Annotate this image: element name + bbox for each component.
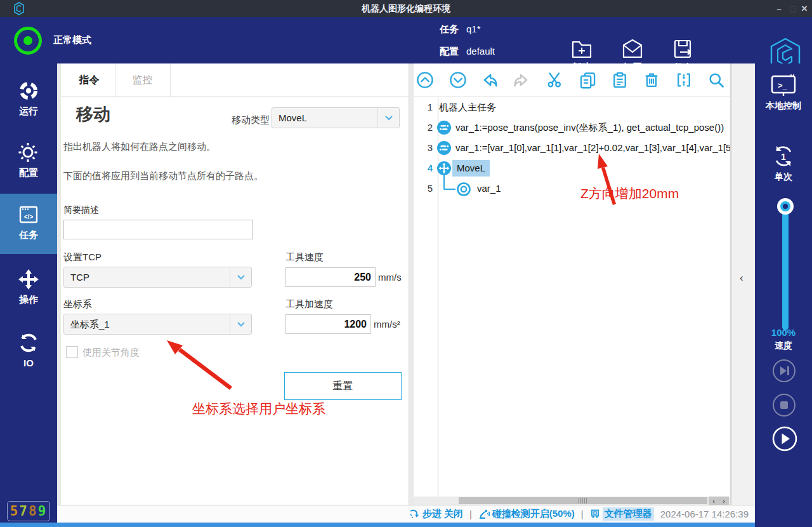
move-node-icon xyxy=(436,161,452,176)
chevron-down-icon xyxy=(230,314,251,334)
horizontal-scrollbar[interactable]: ‹› xyxy=(414,497,730,505)
tool-accel-input[interactable]: 1200 xyxy=(285,314,371,334)
move-up-button[interactable] xyxy=(416,71,434,89)
speed-percent: 100% xyxy=(755,327,812,338)
page-title: 移动 xyxy=(76,103,110,126)
copy-button[interactable] xyxy=(579,71,596,89)
tree-row-assign-2[interactable]: 3 var_1:=[var_1[0],var_1[1],var_1[2]+0.0… xyxy=(414,138,730,158)
tree-row-waypoint[interactable]: 5 var_1 xyxy=(414,178,730,199)
scroll-right-icon[interactable]: › xyxy=(723,497,725,505)
stop-button[interactable] xyxy=(772,393,796,417)
brief-description-input[interactable] xyxy=(63,220,253,239)
move-type-label: 移动类型 xyxy=(232,114,270,126)
instruction-panel: 指令 监控 移动 移动类型 MoveL 指出机器人将如何在路点之间移动。 下面的… xyxy=(61,63,409,505)
tab-monitor[interactable]: 监控 xyxy=(115,63,171,97)
cut-button[interactable] xyxy=(546,71,563,89)
config-value: default xyxy=(466,46,495,57)
window-title: 机器人图形化编程环境 xyxy=(0,0,812,17)
joint-angle-checkbox[interactable] xyxy=(66,346,78,358)
tcp-label: 设置TCP xyxy=(63,251,102,264)
speed-label: 速度 xyxy=(755,340,812,352)
tree-toolbar xyxy=(414,63,730,97)
scrollbar-thumb[interactable] xyxy=(459,497,707,504)
chevron-down-icon xyxy=(230,267,251,287)
panel-collapse-strip: ‹ xyxy=(731,63,755,505)
move-down-button[interactable] xyxy=(449,71,467,89)
close-button[interactable]: ✕ xyxy=(797,0,812,17)
local-control-button[interactable]: >_ 本地控制 xyxy=(755,74,812,112)
reset-button[interactable]: 重置 xyxy=(284,372,402,400)
header: 正常模式 任务q1* 配置default 新建 打开 保存 xyxy=(0,17,812,63)
play-button[interactable] xyxy=(772,426,797,451)
collapse-left-icon[interactable]: ‹ xyxy=(740,272,743,284)
tree-row-main-task[interactable]: 1 机器人主任务 xyxy=(414,97,730,117)
waypoint-node-icon xyxy=(456,182,471,197)
tool-accel-label: 工具加速度 xyxy=(285,298,333,310)
file-manager-icon xyxy=(590,509,600,519)
speed-slider-track[interactable] xyxy=(782,203,789,330)
task-label: 任务 xyxy=(440,23,459,34)
code-badge[interactable]: 5789 xyxy=(7,501,50,521)
undo-button[interactable] xyxy=(481,71,499,89)
run-icon xyxy=(17,79,40,102)
move-arrows-icon xyxy=(17,268,40,291)
status-datetime: 2024-06-17 14:26:39 xyxy=(660,509,749,519)
scrollbar-arrows[interactable]: ‹› xyxy=(709,497,729,505)
bottom-accent-line xyxy=(0,523,755,527)
tool-accel-unit: mm/s² xyxy=(374,319,400,330)
frame-select[interactable]: 坐标系_1 xyxy=(63,314,252,335)
search-button[interactable] xyxy=(707,71,725,89)
delete-button[interactable] xyxy=(643,71,660,89)
new-icon xyxy=(570,37,594,60)
status-divider: | xyxy=(469,509,472,519)
brief-description-label: 简要描述 xyxy=(63,204,99,216)
redo-button[interactable] xyxy=(513,71,530,89)
step-icon xyxy=(409,509,420,519)
collision-detect-toggle[interactable]: 碰撞检测开启(50%) xyxy=(478,508,575,520)
paste-button[interactable] xyxy=(611,71,629,89)
tree-row-assign-1[interactable]: 2 var_1:=pose_trans(pose_inv(坐标系_1), get… xyxy=(414,117,730,138)
task-value: q1* xyxy=(466,23,481,34)
tree-row-movel-selected[interactable]: 4 MoveL xyxy=(414,158,730,178)
sidebar-item-operate[interactable]: 操作 xyxy=(0,268,57,306)
sidebar-item-run[interactable]: 运行 xyxy=(0,79,57,117)
scrollbar-grip-icon xyxy=(579,498,587,504)
program-tree: 1 机器人主任务 2 var_1:=pose_trans(pose_inv(坐标… xyxy=(414,97,730,497)
collision-icon xyxy=(478,509,490,519)
svg-text:>_: >_ xyxy=(778,81,788,90)
speed-slider-handle[interactable] xyxy=(777,198,794,215)
task-row: 任务q1* xyxy=(440,23,481,36)
scroll-left-icon[interactable]: ‹ xyxy=(712,497,715,505)
single-cycle-button[interactable]: 1 单次 xyxy=(755,143,812,183)
sidebar-item-config[interactable]: 配置 xyxy=(0,141,57,179)
io-swap-icon xyxy=(17,331,40,354)
merge-button[interactable] xyxy=(675,71,693,89)
right-sidebar: >_ 本地控制 1 单次 100% 速度 xyxy=(755,63,812,527)
step-next-button[interactable] xyxy=(772,359,796,383)
terminal-icon: >_ xyxy=(769,74,797,98)
mode-label: 正常模式 xyxy=(53,34,91,46)
assignment-node-icon xyxy=(436,120,452,135)
frame-annotation-text: 坐标系选择用户坐标系 xyxy=(192,400,325,418)
gear-icon xyxy=(17,141,40,164)
frame-label: 坐标系 xyxy=(63,298,92,310)
tool-speed-input[interactable]: 250 xyxy=(285,267,376,287)
svg-text:1: 1 xyxy=(781,152,786,162)
step-mode-toggle[interactable]: 步进 关闭 xyxy=(409,508,463,520)
titlebar: 机器人图形化编程环境 – ▢ ✕ xyxy=(0,0,812,17)
config-row: 配置default xyxy=(440,46,495,58)
sidebar-item-task-selected[interactable]: </> 任务 xyxy=(0,194,57,254)
open-icon xyxy=(620,37,645,60)
joint-angle-label: 使用关节角度 xyxy=(82,347,140,359)
minimize-button[interactable]: – xyxy=(771,0,787,17)
sidebar-item-io[interactable]: IO xyxy=(0,331,57,368)
chevron-down-icon xyxy=(377,108,399,128)
status-divider: | xyxy=(581,509,584,519)
tab-instruction[interactable]: 指令 xyxy=(63,63,115,97)
tcp-select[interactable]: TCP xyxy=(63,267,252,288)
move-type-select[interactable]: MoveL xyxy=(272,107,400,128)
file-manager-button[interactable]: 文件管理器 xyxy=(590,507,654,521)
z-offset-annotation-text: Z方向增加20mm xyxy=(580,185,679,203)
program-tree-panel: 1 机器人主任务 2 var_1:=pose_trans(pose_inv(坐标… xyxy=(414,63,731,505)
mode-status-icon xyxy=(14,27,42,55)
